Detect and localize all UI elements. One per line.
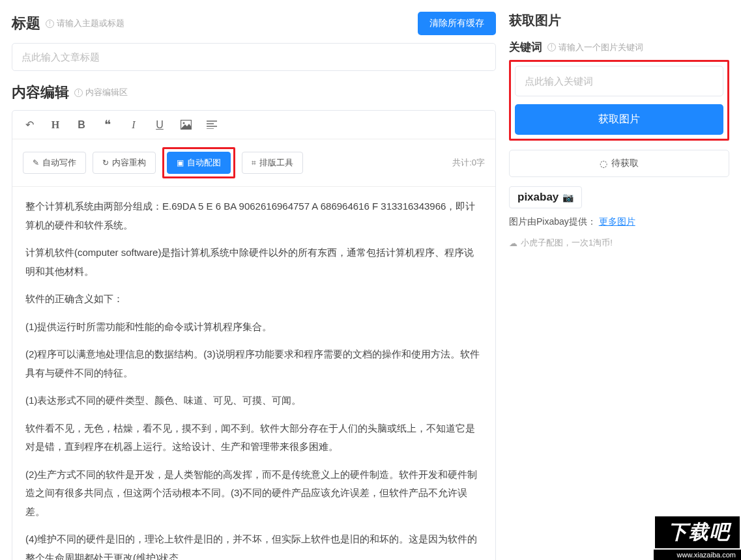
editor-box: ↶ H B ❝ I U ✎ 自动写作 ↻ [12, 110, 496, 560]
paragraph: 计算机软件(computer software)是指计算机系统中除硬件以外的所有… [25, 244, 482, 281]
quote-icon[interactable]: ❝ [101, 117, 114, 132]
camera-icon: 📷 [560, 192, 574, 203]
paragraph: (2)程序可以满意地处理信息的数据结构。(3)说明程序功能要求和程序需要的文档的… [25, 345, 482, 382]
svg-point-1 [182, 122, 184, 124]
editor-content[interactable]: 整个计算机系统由两部分组成：E.69DA 5 E 6 BA 9062616964… [12, 187, 495, 560]
keyword-label: 关键词 [509, 40, 542, 55]
layout-tool-label: 排版工具 [259, 157, 293, 169]
paragraph: (2)生产方式不同的软件是开发，是人类智能的高发挥，而不是传统意义上的硬件制造。… [25, 466, 482, 522]
attribution-prefix: 图片由Pixabay提供： [509, 216, 596, 227]
paragraph: (4)维护不同的硬件是旧的，理论上软件是旧的，并不坏，但实际上软件也是旧的和坏的… [25, 530, 482, 560]
paragraph: 软件看不见，无色，枯燥，看不见，摸不到，闻不到。软件大部分存在于人们的头脑或纸上… [25, 419, 482, 456]
keyword-hint-text: 请输入一个图片关键词 [559, 42, 643, 53]
get-image-button[interactable]: 获取图片 [515, 104, 723, 135]
layout-icon: ⌗ [252, 158, 256, 167]
attribution: 图片由Pixabay提供： 更多图片 [509, 216, 729, 228]
restructure-label: 内容重构 [112, 157, 146, 169]
info-icon: ! [46, 20, 54, 28]
image-icon[interactable] [179, 120, 192, 130]
auto-image-label: 自动配图 [187, 157, 221, 169]
loading-icon: ◌ [600, 158, 607, 169]
image-tag-icon: ▣ [177, 158, 184, 167]
clear-cache-button[interactable]: 清除所有缓存 [418, 12, 496, 35]
align-icon[interactable] [205, 120, 218, 129]
editor-section-header: 内容编辑 ! 内容编辑区 [12, 83, 496, 102]
paragraph: (1)表达形式不同的硬件类型、颜色、味道、可见、可摸、可闻。 [25, 391, 482, 410]
auto-write-button[interactable]: ✎ 自动写作 [23, 152, 86, 174]
paragraph: 整个计算机系统由两部分组成：E.69DA 5 E 6 BA 9062616964… [25, 197, 482, 234]
title-label: 标题 [12, 14, 40, 33]
get-image-title: 获取图片 [509, 12, 729, 29]
watermark-main: 下载吧 [654, 515, 741, 550]
pixabay-badge: pixabay 📷 [509, 186, 582, 208]
toolbar-actions: ✎ 自动写作 ↻ 内容重构 ▣ 自动配图 ⌗ 排版工具 共计:0字 [12, 139, 495, 187]
title-section-header: 标题 ! 请输入主题或标题 清除所有缓存 [12, 12, 496, 35]
editor-hint: ! 内容编辑区 [74, 87, 128, 98]
word-count: 共计:0字 [452, 157, 485, 169]
watermark: 下载吧 www.xiazaiba.com [654, 515, 741, 560]
layout-tool-button[interactable]: ⌗ 排版工具 [242, 152, 303, 174]
paragraph: 软件的正确含义如下： [25, 290, 482, 309]
underline-icon[interactable]: U [153, 119, 166, 131]
footer-note-text: 小虎子配图，一次1淘币! [521, 237, 613, 249]
pending-label: 待获取 [611, 158, 639, 169]
auto-image-button[interactable]: ▣ 自动配图 [167, 152, 231, 174]
undo-icon[interactable]: ↶ [23, 119, 36, 131]
toolbar-formatting: ↶ H B ❝ I U [12, 111, 495, 139]
watermark-url: www.xiazaiba.com [654, 550, 741, 560]
editor-label: 内容编辑 [12, 83, 69, 102]
title-hint: ! 请输入主题或标题 [46, 18, 124, 29]
restructure-button[interactable]: ↻ 内容重构 [93, 152, 156, 174]
info-icon: ! [74, 89, 83, 97]
refresh-icon: ↻ [102, 158, 109, 167]
pending-button[interactable]: ◌ 待获取 [509, 150, 729, 177]
bold-icon[interactable]: B [75, 119, 88, 131]
info-icon: ! [547, 43, 556, 51]
heading-icon[interactable]: H [49, 119, 62, 131]
pixabay-text: pixabay [517, 191, 559, 203]
title-hint-text: 请输入主题或标题 [57, 18, 124, 29]
more-images-link[interactable]: 更多图片 [599, 216, 635, 227]
keyword-hint: ! 请输入一个图片关键词 [547, 42, 643, 53]
pencil-icon: ✎ [33, 158, 39, 167]
paragraph: (1)提供运行时所需功能和性能的命令或计算机程序集合。 [25, 318, 482, 337]
highlight-keyword-box: 获取图片 [509, 60, 729, 141]
keyword-input[interactable] [515, 66, 723, 96]
keyword-header: 关键词 ! 请输入一个图片关键词 [509, 40, 729, 55]
article-title-input[interactable] [12, 43, 496, 71]
cloud-icon: ☁ [509, 238, 517, 248]
highlight-auto-image: ▣ 自动配图 [162, 147, 235, 178]
auto-write-label: 自动写作 [42, 157, 76, 169]
footer-note: ☁ 小虎子配图，一次1淘币! [509, 237, 729, 249]
italic-icon[interactable]: I [127, 119, 140, 131]
editor-hint-text: 内容编辑区 [85, 87, 128, 98]
